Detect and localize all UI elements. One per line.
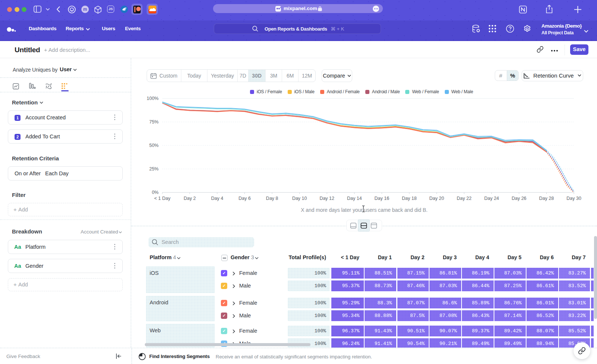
svg-text:0%: 0%: [152, 190, 159, 195]
svg-text:75%: 75%: [149, 119, 159, 125]
svg-text:Day 2: Day 2: [184, 196, 196, 201]
svg-text:Day 18: Day 18: [402, 196, 417, 201]
svg-text:Day 10: Day 10: [292, 196, 307, 201]
svg-text:< 1 Day: < 1 Day: [154, 196, 171, 201]
svg-text:Day 4: Day 4: [211, 196, 224, 201]
svg-text:Day 22: Day 22: [457, 196, 472, 201]
svg-text:Day 28: Day 28: [539, 196, 554, 201]
svg-text:Day 12: Day 12: [319, 196, 334, 201]
svg-text:Day 24: Day 24: [484, 196, 499, 201]
svg-text:Day 20: Day 20: [429, 196, 444, 201]
svg-text:Day 6: Day 6: [238, 196, 251, 201]
svg-text:Day 26: Day 26: [512, 196, 526, 201]
svg-text:25%: 25%: [149, 166, 159, 172]
svg-text:Day 8: Day 8: [266, 196, 278, 201]
svg-text:Day 14: Day 14: [347, 196, 362, 201]
svg-text:100%: 100%: [147, 96, 159, 101]
svg-text:Day 30: Day 30: [566, 196, 581, 201]
svg-text:50%: 50%: [149, 143, 159, 148]
svg-text:Day 16: Day 16: [374, 196, 389, 201]
